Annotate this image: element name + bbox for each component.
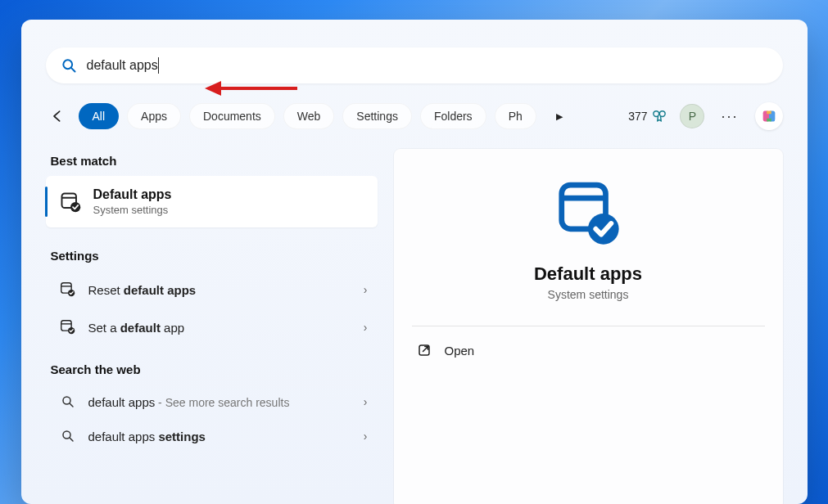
preview-pane: Default apps System settings Open bbox=[394, 149, 783, 504]
filter-row: All Apps Documents Web Settings Folders … bbox=[46, 101, 783, 131]
web-result-settings[interactable]: default apps settings › bbox=[46, 419, 378, 453]
filter-folders[interactable]: Folders bbox=[420, 103, 486, 129]
filter-settings[interactable]: Settings bbox=[342, 103, 412, 129]
preview-title: Default apps bbox=[412, 263, 765, 285]
best-match-title: Default apps bbox=[93, 187, 172, 202]
open-label: Open bbox=[445, 344, 475, 358]
best-match-subtitle: System settings bbox=[93, 204, 172, 216]
open-external-icon bbox=[417, 343, 432, 358]
results-area: Best match Default apps System settings … bbox=[46, 149, 783, 504]
svg-point-2 bbox=[654, 111, 659, 117]
account-avatar[interactable]: P bbox=[680, 104, 704, 128]
best-match-label: Best match bbox=[46, 149, 378, 176]
settings-result-reset[interactable]: Reset default apps › bbox=[46, 271, 378, 308]
search-box[interactable]: default apps bbox=[46, 47, 783, 83]
default-apps-large-icon bbox=[553, 178, 623, 249]
svg-line-16 bbox=[70, 438, 73, 441]
filter-scroll-right[interactable]: ▶ bbox=[548, 111, 571, 122]
svg-point-13 bbox=[63, 397, 70, 404]
chevron-right-icon: › bbox=[364, 283, 368, 296]
copilot-icon bbox=[760, 107, 778, 125]
filter-web[interactable]: Web bbox=[283, 103, 335, 129]
rewards-button[interactable]: 377 bbox=[628, 109, 667, 124]
default-apps-small-icon bbox=[59, 318, 77, 336]
svg-point-15 bbox=[63, 431, 70, 439]
filter-all[interactable]: All bbox=[79, 103, 120, 129]
search-small-icon bbox=[61, 394, 75, 409]
svg-line-14 bbox=[70, 403, 73, 407]
rewards-points: 377 bbox=[628, 110, 647, 123]
web-result-text: default apps - See more search results bbox=[88, 395, 290, 409]
web-section-label: Search the web bbox=[46, 358, 378, 385]
chevron-right-icon: › bbox=[364, 321, 368, 334]
web-result-more[interactable]: default apps - See more search results › bbox=[46, 385, 378, 419]
filter-photos-truncated[interactable]: Ph bbox=[495, 103, 536, 129]
default-apps-icon bbox=[59, 191, 82, 214]
results-list: Best match Default apps System settings … bbox=[46, 149, 378, 504]
search-small-icon bbox=[61, 429, 75, 443]
best-match-result[interactable]: Default apps System settings bbox=[46, 176, 378, 227]
copilot-button[interactable] bbox=[755, 102, 783, 130]
settings-section-label: Settings bbox=[46, 244, 378, 271]
preview-subtitle: System settings bbox=[412, 288, 765, 301]
settings-result-text: Set a default app bbox=[88, 321, 185, 335]
chevron-right-icon: › bbox=[364, 430, 368, 443]
rewards-icon bbox=[652, 109, 667, 124]
default-apps-small-icon bbox=[59, 281, 77, 299]
filter-documents[interactable]: Documents bbox=[189, 103, 275, 129]
more-options-button[interactable]: ··· bbox=[717, 105, 741, 128]
chevron-right-icon: › bbox=[364, 395, 368, 408]
back-button[interactable] bbox=[46, 108, 70, 124]
open-action[interactable]: Open bbox=[412, 326, 765, 374]
settings-result-text: Reset default apps bbox=[88, 283, 197, 297]
svg-point-3 bbox=[660, 111, 666, 117]
filter-apps[interactable]: Apps bbox=[127, 103, 181, 129]
search-panel: default apps All Apps Documents Web Sett… bbox=[21, 20, 808, 504]
settings-result-set[interactable]: Set a default app › bbox=[46, 308, 378, 346]
web-result-text: default apps settings bbox=[88, 430, 206, 443]
